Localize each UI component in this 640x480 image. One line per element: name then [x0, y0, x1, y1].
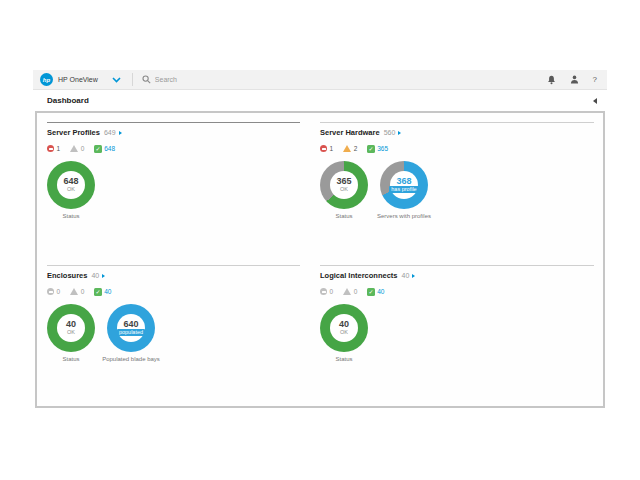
donut-status[interactable]: 648 OK Status [47, 161, 95, 219]
brand-label: HP OneView [58, 76, 98, 83]
status-ok[interactable]: 40 [94, 288, 111, 296]
warning-icon [70, 288, 78, 295]
panel-server-hardware-header[interactable]: Server Hardware 560 [320, 128, 594, 137]
topbar-divider [132, 73, 133, 86]
panel-enclosures-header[interactable]: Enclosures 40 [47, 271, 300, 280]
search-bar [142, 75, 547, 84]
status-warning[interactable]: 2 [343, 145, 357, 152]
warning-icon [70, 145, 78, 152]
donut-value: 365 [336, 176, 351, 186]
collapse-panel-arrow-icon[interactable] [593, 98, 597, 104]
status-count: 0 [330, 288, 334, 295]
donut-value: 368 [396, 176, 411, 186]
donut-status[interactable]: 40 OK Status [47, 304, 95, 362]
panel-server-profiles-header[interactable]: Server Profiles 649 [47, 128, 300, 137]
donut-center: 40 OK [320, 304, 368, 352]
donut-label: Populated blade bays [102, 356, 160, 362]
status-count: 648 [104, 145, 115, 152]
panel-title: Logical Interconnects [320, 271, 398, 280]
panel-count: 40 [91, 272, 99, 279]
donut-label: Status [62, 356, 79, 362]
top-bar: hp HP OneView ? [33, 70, 607, 90]
status-critical[interactable]: 1 [47, 145, 60, 152]
ok-check-icon [367, 145, 375, 153]
status-count: 40 [377, 288, 384, 295]
panel-count: 649 [104, 129, 116, 136]
hp-logo-icon: hp [40, 73, 53, 86]
status-warning[interactable]: 0 [70, 145, 84, 152]
donut-sublabel: has profile [389, 186, 418, 193]
donut-row: 365 OK Status 368 has profile Servers wi… [320, 161, 594, 219]
donut-row: 40 OK Status 640 populated Populated bla… [47, 304, 300, 362]
critical-icon [320, 288, 327, 295]
panel-divider [47, 122, 300, 123]
search-input[interactable] [155, 76, 355, 83]
donut-value: 40 [66, 319, 76, 329]
donut-center: 648 OK [47, 161, 95, 209]
status-warning[interactable]: 0 [70, 288, 84, 295]
status-critical[interactable]: 0 [320, 288, 333, 295]
panel-logical-interconnects: Logical Interconnects 40 0 0 40 [320, 265, 594, 362]
donut-row: 648 OK Status [47, 161, 300, 219]
ok-check-icon [94, 145, 102, 153]
status-count: 0 [81, 145, 85, 152]
chevron-right-icon [412, 274, 415, 278]
donut-chart: 40 OK [47, 304, 95, 352]
user-icon[interactable] [570, 75, 579, 84]
status-ok[interactable]: 365 [367, 145, 388, 153]
page-title: Dashboard [47, 96, 89, 105]
panel-divider [320, 122, 594, 123]
donut-label: Status [62, 213, 79, 219]
help-button[interactable]: ? [593, 75, 597, 84]
status-count: 0 [57, 288, 61, 295]
status-count: 1 [330, 145, 334, 152]
ok-check-icon [367, 288, 375, 296]
panel-logical-interconnects-header[interactable]: Logical Interconnects 40 [320, 271, 594, 280]
donut-status[interactable]: 40 OK Status [320, 304, 368, 362]
status-count: 0 [81, 288, 85, 295]
donut-chart: 648 OK [47, 161, 95, 209]
status-row: 0 0 40 [47, 288, 300, 296]
panel-title: Enclosures [47, 271, 87, 280]
notifications-bell-icon[interactable] [547, 75, 556, 85]
donut-label: Status [335, 356, 352, 362]
page-bar: Dashboard [33, 90, 607, 111]
panel-title: Server Hardware [320, 128, 380, 137]
brand-menu-button[interactable] [112, 77, 121, 83]
donut-center: 640 populated [107, 304, 155, 352]
donut-chart: 365 OK [320, 161, 368, 209]
status-critical[interactable]: 0 [47, 288, 60, 295]
donut-chart: 40 OK [320, 304, 368, 352]
donut-row: 40 OK Status [320, 304, 594, 362]
status-ok[interactable]: 648 [94, 145, 115, 153]
status-warning[interactable]: 0 [343, 288, 357, 295]
status-ok[interactable]: 40 [367, 288, 384, 296]
donut-value: 640 [123, 319, 138, 329]
hp-oneview-app: hp HP OneView ? [0, 0, 640, 480]
status-count: 0 [354, 288, 358, 295]
donut-center: 40 OK [47, 304, 95, 352]
donut-status[interactable]: 365 OK Status [320, 161, 368, 219]
ok-check-icon [94, 288, 102, 296]
chevron-right-icon [102, 274, 105, 278]
donut-sublabel: OK [67, 186, 75, 193]
status-row: 0 0 40 [320, 288, 594, 296]
donut-label: Status [335, 213, 352, 219]
donut-value: 40 [339, 319, 349, 329]
warning-icon [343, 145, 351, 152]
panel-title: Server Profiles [47, 128, 100, 137]
donut-center: 365 OK [320, 161, 368, 209]
status-count: 1 [57, 145, 61, 152]
search-icon [142, 75, 151, 84]
donut-populated-blade-bays[interactable]: 640 populated Populated blade bays [107, 304, 155, 362]
chevron-down-icon [112, 77, 121, 83]
donut-label: Servers with profiles [377, 213, 431, 219]
status-critical[interactable]: 1 [320, 145, 333, 152]
donut-value: 648 [63, 176, 78, 186]
donut-sublabel: OK [340, 329, 348, 336]
panel-server-hardware: Server Hardware 560 1 2 365 [320, 122, 594, 219]
donut-servers-with-profiles[interactable]: 368 has profile Servers with profiles [380, 161, 428, 219]
panel-count: 560 [384, 129, 396, 136]
warning-icon [343, 288, 351, 295]
topbar-actions: ? [547, 75, 597, 85]
